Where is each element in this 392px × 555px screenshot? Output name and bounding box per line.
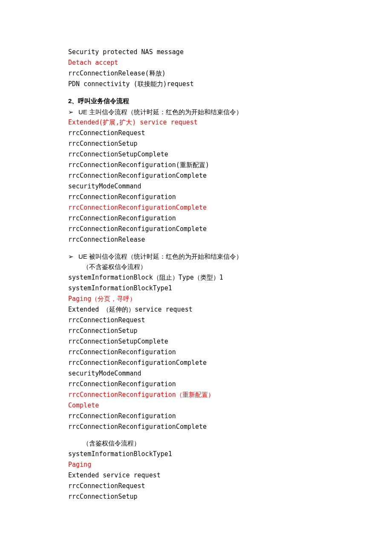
bullet-label: UE 主叫信令流程（统计时延：红色的为开始和结束信令） [78, 107, 242, 117]
bullet-item: ➢ UE 主叫信令流程（统计时延：红色的为开始和结束信令） [68, 107, 324, 117]
text-line: rrcConnectionReconfiguration [68, 379, 324, 390]
text-line: rrcConnectionRequest [68, 315, 324, 326]
bullet-prefix: UE [78, 253, 89, 260]
text-line: Complete [68, 400, 324, 411]
text-line: rrcConnectionReconfigurationComplete [68, 202, 324, 213]
spacer [68, 432, 324, 438]
bullet-text: 被叫信令流程（统计时延：红色的为开始和结束信令） [89, 253, 242, 260]
text-line: rrcConnectionReconfiguration(重新配置) [68, 160, 324, 171]
spacer [68, 245, 324, 251]
section-heading: 2、呼叫业务信令流程 [68, 95, 324, 107]
bullet-item: ➢ UE 被叫信令流程（统计时延：红色的为开始和结束信令） [68, 251, 324, 262]
sub-note: （含鉴权信令流程） [68, 438, 324, 449]
text-line: PDN connectivity (联接能力)request [68, 79, 324, 90]
text-line: systemInformationBlockType1 [68, 449, 324, 460]
text-line: Security protected NAS message [68, 47, 324, 58]
text-line: Extended （延伸的）service request [68, 304, 324, 315]
text-line: rrcConnectionRelease(释放) [68, 68, 324, 79]
text-line: Extended(扩展,扩大) service request [68, 117, 324, 128]
text-line: Paging（分页，寻呼） [68, 294, 324, 304]
text-line: rrcConnectionRequest [68, 128, 324, 139]
document-page: Security protected NAS message Detach ac… [0, 0, 392, 545]
bullet-label: UE 被叫信令流程（统计时延：红色的为开始和结束信令） [78, 251, 242, 262]
text-line: rrcConnectionReconfigurationComplete [68, 422, 324, 432]
text-line: rrcConnectionReconfiguration [68, 411, 324, 422]
text-line: rrcConnectionReconfiguration [68, 347, 324, 358]
text-line: rrcConnectionReconfiguration（重新配置） [68, 390, 324, 400]
bullet-text: 主叫信令流程（统计时延：红色的为开始和结束信令） [89, 108, 242, 116]
text-line: Extended service request [68, 470, 324, 481]
text-line: securityModeCommand [68, 368, 324, 379]
text-line: Paging [68, 460, 324, 470]
text-line: rrcConnectionReconfigurationComplete [68, 358, 324, 368]
text-line: rrcConnectionSetup [68, 139, 324, 149]
text-line: rrcConnectionRequest [68, 481, 324, 491]
text-line: rrcConnectionReconfigurationComplete [68, 171, 324, 181]
text-line: Detach accept [68, 58, 324, 68]
arrow-icon: ➢ [68, 107, 76, 117]
text-line: securityModeCommand [68, 181, 324, 192]
text-line: rrcConnectionSetupComplete [68, 336, 324, 347]
text-line: rrcConnectionSetup [68, 491, 324, 502]
text-line: rrcConnectionReconfigurationComplete [68, 224, 324, 234]
sub-note: （不含鉴权信令流程） [68, 262, 324, 272]
text-line: rrcConnectionRelease [68, 234, 324, 245]
text-line: systemInformationBlockType1 [68, 283, 324, 294]
bullet-prefix: UE [78, 108, 89, 116]
arrow-icon: ➢ [68, 251, 76, 262]
text-line: rrcConnectionReconfiguration [68, 192, 324, 202]
text-line: systemInformationBlock（阻止）Type（类型）1 [68, 272, 324, 283]
text-line: rrcConnectionSetup [68, 326, 324, 336]
text-line: rrcConnectionSetupComplete [68, 149, 324, 160]
text-line: rrcConnectionReconfiguration [68, 213, 324, 224]
